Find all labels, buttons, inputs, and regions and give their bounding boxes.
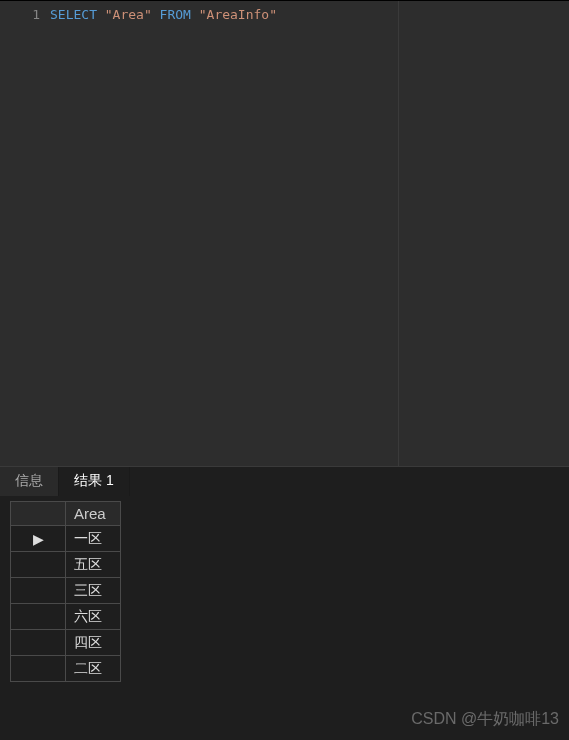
- code-area[interactable]: SELECT "Area" FROM "AreaInfo": [50, 1, 569, 466]
- line-number: 1: [0, 7, 40, 22]
- cell-value[interactable]: 三区: [66, 578, 121, 604]
- table-row[interactable]: 四区: [11, 630, 121, 656]
- indicator-header: [11, 502, 66, 526]
- table-row[interactable]: 三区: [11, 578, 121, 604]
- results-table: Area ▶ 一区 五区 三区 六区 四区: [10, 501, 121, 682]
- row-indicator: [11, 578, 66, 604]
- cell-value[interactable]: 一区: [66, 526, 121, 552]
- cell-value[interactable]: 五区: [66, 552, 121, 578]
- results-pane: Area ▶ 一区 五区 三区 六区 四区: [0, 496, 569, 687]
- row-indicator: [11, 552, 66, 578]
- sql-identifier-area: "Area": [105, 7, 152, 22]
- results-tab-bar: 信息 结果 1: [0, 466, 569, 496]
- row-indicator-icon: ▶: [11, 526, 66, 552]
- tab-results[interactable]: 结果 1: [59, 467, 130, 496]
- cell-value[interactable]: 四区: [66, 630, 121, 656]
- sql-identifier-areainfo: "AreaInfo": [199, 7, 277, 22]
- table-row[interactable]: 六区: [11, 604, 121, 630]
- column-header-area[interactable]: Area: [66, 502, 121, 526]
- row-indicator: [11, 604, 66, 630]
- sql-keyword-select: SELECT: [50, 7, 97, 22]
- sql-keyword-from: FROM: [160, 7, 191, 22]
- watermark: CSDN @牛奶咖啡13: [411, 709, 559, 730]
- line-gutter: 1: [0, 1, 50, 466]
- cell-value[interactable]: 二区: [66, 656, 121, 682]
- tab-info[interactable]: 信息: [0, 467, 59, 496]
- cell-value[interactable]: 六区: [66, 604, 121, 630]
- row-indicator: [11, 656, 66, 682]
- sql-editor-pane: 1 SELECT "Area" FROM "AreaInfo": [0, 0, 569, 466]
- table-row[interactable]: ▶ 一区: [11, 526, 121, 552]
- table-row[interactable]: 二区: [11, 656, 121, 682]
- row-indicator: [11, 630, 66, 656]
- table-row[interactable]: 五区: [11, 552, 121, 578]
